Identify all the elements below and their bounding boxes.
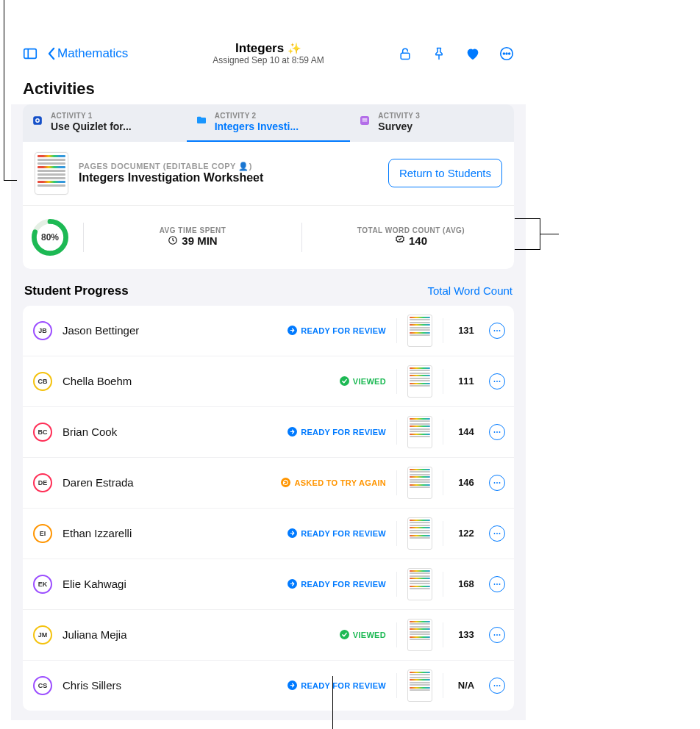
svg-rect-13 <box>362 121 368 121</box>
student-avatar: EK <box>33 575 52 594</box>
student-word-count: 131 <box>454 325 479 336</box>
activity-tab-icon <box>357 113 372 128</box>
student-name: Chella Boehm <box>63 375 329 387</box>
document-row: PAGES DOCUMENT (EDITABLE COPY 👤) Integer… <box>23 142 514 205</box>
student-row[interactable]: DEDaren EstradaASKED TO TRY AGAIN146 <box>23 458 514 509</box>
student-name: Ethan Izzarelli <box>63 527 277 539</box>
svg-point-20 <box>494 381 496 382</box>
svg-rect-0 <box>24 49 37 59</box>
student-more-button[interactable] <box>489 678 505 694</box>
student-word-count: 122 <box>454 528 479 539</box>
status-label: READY FOR REVIEW <box>301 529 386 538</box>
submission-thumbnail[interactable] <box>407 568 432 600</box>
top-bar: Mathematics Integers ✨ Assigned Sep 10 a… <box>11 37 526 71</box>
status-label: READY FOR REVIEW <box>301 580 386 589</box>
student-word-count: 144 <box>454 426 479 437</box>
page-title: Integers <box>235 41 284 55</box>
student-more-button[interactable] <box>489 576 505 592</box>
student-row[interactable]: JMJuliana MejiaVIEWED133 <box>23 610 514 661</box>
submission-thumbnail[interactable] <box>407 365 432 398</box>
status-icon <box>340 376 349 386</box>
svg-point-31 <box>499 533 501 534</box>
status-label: VIEWED <box>353 377 386 386</box>
student-row[interactable]: EIEthan IzzarelliREADY FOR REVIEW122 <box>23 509 514 559</box>
student-status: VIEWED <box>340 376 386 386</box>
back-button[interactable]: Mathematics <box>48 46 128 61</box>
student-more-button[interactable] <box>489 424 505 440</box>
status-icon <box>288 427 297 437</box>
activity-tab-icon <box>30 113 45 128</box>
activity-tab-icon <box>194 113 209 128</box>
activity-eyebrow: ACTIVITY 3 <box>378 112 420 121</box>
activity-name: Integers Investi... <box>215 121 299 133</box>
svg-point-35 <box>494 634 496 636</box>
activity-name: Survey <box>378 121 420 133</box>
svg-point-5 <box>503 53 504 54</box>
svg-point-6 <box>506 53 507 54</box>
svg-point-27 <box>496 482 498 484</box>
student-more-button[interactable] <box>489 627 505 643</box>
status-label: ASKED TO TRY AGAIN <box>294 478 386 487</box>
activity-tab-2[interactable]: ACTIVITY 2Integers Investi... <box>187 104 351 142</box>
return-to-students-button[interactable]: Return to Students <box>388 159 502 187</box>
submission-thumbnail[interactable] <box>407 619 432 651</box>
svg-point-28 <box>499 482 501 484</box>
student-avatar: DE <box>33 473 52 492</box>
status-icon <box>288 680 297 690</box>
svg-point-24 <box>496 431 498 433</box>
submission-thumbnail[interactable] <box>407 315 432 347</box>
svg-point-23 <box>494 431 496 433</box>
student-more-button[interactable] <box>489 525 505 542</box>
status-label: READY FOR REVIEW <box>301 326 386 335</box>
student-row[interactable]: CBChella BoehmVIEWED111 <box>23 356 514 407</box>
svg-point-40 <box>499 685 501 686</box>
heart-icon[interactable] <box>463 43 483 64</box>
document-name: Integers Investigation Worksheet <box>79 171 378 184</box>
student-row[interactable]: EKElie KahwagiREADY FOR REVIEW168 <box>23 559 514 610</box>
submission-thumbnail[interactable] <box>407 416 432 448</box>
submission-thumbnail[interactable] <box>407 669 432 702</box>
clock-icon <box>168 235 178 245</box>
pin-icon[interactable] <box>429 43 449 64</box>
unlock-icon[interactable] <box>395 43 415 64</box>
student-avatar: EI <box>33 524 52 543</box>
status-icon <box>288 579 297 589</box>
svg-point-29 <box>494 533 496 534</box>
svg-point-38 <box>494 685 496 686</box>
student-more-button[interactable] <box>489 323 505 339</box>
svg-point-19 <box>499 330 501 331</box>
student-more-button[interactable] <box>489 475 505 491</box>
avg-time-value: 39 MIN <box>182 234 217 247</box>
submission-thumbnail[interactable] <box>407 467 432 499</box>
student-status: READY FOR REVIEW <box>288 326 386 335</box>
student-avatar: CS <box>33 676 52 695</box>
activity-tab-3[interactable]: ACTIVITY 3Survey <box>350 104 514 142</box>
student-status: READY FOR REVIEW <box>288 579 386 589</box>
student-row[interactable]: BCBrian CookREADY FOR REVIEW144 <box>23 407 514 458</box>
student-row[interactable]: CSChris SillersREADY FOR REVIEWN/A <box>23 661 514 711</box>
document-thumbnail[interactable] <box>35 152 68 195</box>
sidebar-toggle-icon[interactable] <box>20 43 40 64</box>
student-status: READY FOR REVIEW <box>288 427 386 437</box>
status-icon <box>288 528 297 538</box>
status-label: VIEWED <box>353 631 386 639</box>
student-name: Elie Kahwagi <box>63 578 277 590</box>
svg-point-30 <box>496 533 498 534</box>
student-avatar: CB <box>33 372 52 391</box>
total-word-count-link[interactable]: Total Word Count <box>427 284 512 297</box>
stats-row: 80% AVG TIME SPENT 39 MIN TOTAL WORD COU… <box>23 205 514 269</box>
svg-rect-12 <box>362 118 368 119</box>
word-count-label: TOTAL WORD COUNT (AVG) <box>315 226 507 234</box>
svg-point-10 <box>37 120 39 122</box>
svg-point-39 <box>496 685 498 686</box>
student-avatar: JB <box>33 321 52 340</box>
more-icon[interactable] <box>496 43 517 64</box>
student-status: VIEWED <box>340 630 386 639</box>
activity-tab-1[interactable]: ACTIVITY 1Use Quizlet for... <box>23 104 187 142</box>
student-more-button[interactable] <box>489 373 505 389</box>
page-title-block: Integers ✨ Assigned Sep 10 at 8:59 AM <box>213 42 324 65</box>
student-list: JBJason BettingerREADY FOR REVIEW131CBCh… <box>23 306 514 711</box>
student-row[interactable]: JBJason BettingerREADY FOR REVIEW131 <box>23 306 514 356</box>
submission-thumbnail[interactable] <box>407 517 432 550</box>
svg-point-21 <box>496 381 498 382</box>
